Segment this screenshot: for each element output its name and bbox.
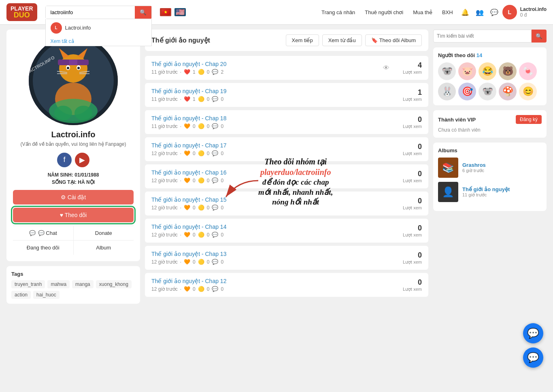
chat-button[interactable]: 💬 💬 Chat bbox=[13, 226, 74, 240]
nav-buy-card[interactable]: Mua thẻ bbox=[409, 7, 436, 18]
chapter-title[interactable]: Thế giới ảo nguyệt - Chap 15 bbox=[151, 196, 389, 203]
like-count: 0 bbox=[193, 151, 196, 156]
right-search-button[interactable]: 🔍 bbox=[532, 30, 547, 43]
follower-avatar[interactable]: 😂 bbox=[479, 62, 496, 80]
friends-icon[interactable]: 👥 bbox=[473, 6, 486, 19]
search-dropdown-avatar: L bbox=[51, 22, 62, 34]
vip-card: Thành viên VIP Đăng ký Chưa có thành viê… bbox=[433, 110, 547, 138]
tags-title: Tags bbox=[11, 271, 135, 277]
chapter-title[interactable]: Thế giới ảo nguyệt - Chap 17 bbox=[151, 142, 389, 149]
chapter-views-label: Lượt xem bbox=[389, 151, 422, 156]
comment-count: 0 bbox=[221, 205, 223, 211]
chapter-title[interactable]: Thế giới ảo nguyệt - Chap 12 bbox=[151, 278, 389, 284]
vip-register-button[interactable]: Đăng ký bbox=[516, 115, 542, 124]
svg-point-19 bbox=[74, 106, 92, 120]
follow-button[interactable]: ♥ Theo dõi bbox=[13, 208, 134, 222]
chapter-item: Thế giới ảo nguyệt - Chap 14 12 giờ trướ… bbox=[145, 219, 428, 243]
follower-avatar[interactable]: 😊 bbox=[519, 83, 537, 100]
tags-card: Tags truyen_tranh mahwa manga xuong_khon… bbox=[6, 266, 140, 304]
follower-avatar[interactable]: 🐨 bbox=[479, 83, 496, 100]
right-search-input[interactable] bbox=[433, 30, 532, 43]
album-name[interactable]: Thế giới ảo nguyệt bbox=[462, 186, 542, 192]
album-item[interactable]: 👤 Thế giới ảo nguyệt 11 giờ trước bbox=[438, 182, 542, 202]
logo[interactable]: PLAYER DUO bbox=[6, 3, 37, 21]
follower-avatar[interactable]: 🐷 bbox=[458, 62, 476, 80]
chapter-list: Thế giới ảo nguyệt - Chap 20 11 giờ trướ… bbox=[145, 56, 428, 297]
follower-avatar[interactable]: 🐰 bbox=[438, 83, 456, 100]
album-button[interactable]: Album bbox=[74, 241, 134, 255]
user-menu[interactable]: L Lactroi.info 0 đ bbox=[502, 5, 547, 19]
messenger-button-1[interactable]: 💬 bbox=[523, 323, 543, 343]
chapter-views-label: Lượt xem bbox=[389, 205, 422, 211]
notification-icon[interactable]: 🔔 bbox=[459, 6, 472, 19]
tag-xuong-khong[interactable]: xuong_khong bbox=[96, 280, 132, 288]
vip-empty: Chưa có thành viên bbox=[438, 127, 542, 133]
header-nav: Trang cá nhân Thuê người chơi Mua thẻ BX… bbox=[317, 5, 547, 19]
comment-icon: 💬 bbox=[212, 286, 218, 292]
nav-profile[interactable]: Trang cá nhân bbox=[317, 7, 359, 18]
nav-hire[interactable]: Thuê người chơi bbox=[361, 7, 407, 18]
nav-ranking[interactable]: BXH bbox=[438, 7, 457, 18]
tag-mahwa[interactable]: mahwa bbox=[47, 280, 70, 288]
follower-avatar[interactable]: 🍄 bbox=[499, 83, 517, 100]
chapter-meta: 12 giờ trước · 🧡 0 🟡 0 💬 0 bbox=[151, 286, 389, 292]
chapter-left: Thế giới ảo nguyệt - Chap 19 11 giờ trướ… bbox=[151, 88, 389, 102]
chapter-title[interactable]: Thế giới ảo nguyệt - Chap 20 bbox=[151, 61, 380, 67]
flag-vietnam[interactable]: 🇻🇳 bbox=[160, 8, 171, 16]
comment-icon: 💬 bbox=[212, 96, 218, 102]
tag-truyen-tranh[interactable]: truyen_tranh bbox=[11, 280, 45, 288]
follow-album-button[interactable]: 🔖 Theo dõi Album bbox=[365, 34, 422, 46]
coin-icon: 🟡 bbox=[198, 286, 204, 292]
comment-icon: 💬 bbox=[212, 123, 218, 129]
chapter-time: 12 giờ trước bbox=[151, 232, 178, 238]
album-name[interactable]: Grashros bbox=[462, 162, 542, 168]
chapter-right: 0 Lượt xem bbox=[389, 115, 422, 129]
tab-xem-tiep[interactable]: Xem tiếp bbox=[286, 34, 319, 46]
chapter-title[interactable]: Thế giới ảo nguyệt - Chap 14 bbox=[151, 224, 389, 230]
follower-avatar[interactable]: 🐻 bbox=[499, 62, 517, 80]
coin-count: 0 bbox=[207, 178, 210, 183]
coin-count: 0 bbox=[207, 69, 210, 75]
follower-avatar[interactable]: 🎯 bbox=[458, 83, 476, 100]
see-all-link[interactable]: Xem tất cả bbox=[46, 37, 151, 46]
like-icon: 🧡 bbox=[184, 150, 190, 156]
messages-icon[interactable]: 💬 bbox=[488, 6, 501, 19]
chapter-views: 4 bbox=[389, 61, 422, 70]
search-input[interactable] bbox=[46, 6, 135, 19]
album-info: Thế giới ảo nguyệt 11 giờ trước bbox=[462, 186, 542, 198]
donate-button[interactable]: Donate bbox=[74, 226, 134, 240]
flag-us[interactable]: 🇺🇸 bbox=[174, 8, 186, 16]
chapter-meta: 12 giờ trước · 🧡 0 🟡 0 💬 0 bbox=[151, 259, 389, 265]
chapter-right: 0 Lượt xem bbox=[389, 143, 422, 156]
chapter-views-label: Lượt xem bbox=[389, 70, 422, 75]
follower-avatar[interactable]: 🍬 bbox=[519, 62, 537, 80]
messenger-button-2[interactable]: 💬 bbox=[523, 347, 543, 368]
search-dropdown-item[interactable]: L Lactroi.info bbox=[46, 19, 151, 37]
chapter-views-label: Lượt xem bbox=[389, 124, 422, 129]
chapter-title[interactable]: Thế giới ảo nguyệt - Chap 13 bbox=[151, 251, 389, 257]
profile-desc: (Vấn đề về bản quyền, vui lòng liên hệ F… bbox=[13, 141, 134, 148]
like-count: 1 bbox=[193, 69, 196, 75]
facebook-link[interactable]: f bbox=[57, 153, 72, 167]
chapter-views: 0 bbox=[389, 197, 422, 205]
settings-button[interactable]: ⚙ Cài đặt bbox=[13, 190, 134, 205]
search-button[interactable]: 🔍 bbox=[135, 6, 151, 19]
dang-theo-doi-button[interactable]: Đang theo dõi bbox=[13, 241, 74, 255]
tag-action[interactable]: action bbox=[11, 291, 31, 299]
chapter-title[interactable]: Thế giới ảo nguyệt - Chap 19 bbox=[151, 88, 389, 94]
youtube-link[interactable]: ▶ bbox=[75, 153, 89, 167]
chapter-title[interactable]: Thế giới ảo nguyệt - Chap 16 bbox=[151, 169, 389, 176]
tab-xem-tu-dau[interactable]: Xem từ đầu bbox=[322, 34, 362, 46]
coin-icon: 🟡 bbox=[198, 69, 204, 75]
coin-count: 0 bbox=[207, 232, 210, 238]
comment-count: 0 bbox=[221, 124, 223, 129]
follower-avatar[interactable]: 🐨 bbox=[438, 62, 456, 80]
svg-rect-16 bbox=[69, 60, 77, 65]
chapter-title[interactable]: Thế giới ảo nguyệt - Chap 18 bbox=[151, 115, 389, 121]
comment-icon: 💬 bbox=[212, 69, 218, 75]
dot-sep: · bbox=[180, 69, 181, 75]
tag-hai-huoc[interactable]: hai_huoc bbox=[33, 291, 60, 299]
album-item[interactable]: 📚 Grashros 6 giờ trước bbox=[438, 158, 542, 178]
tag-manga[interactable]: manga bbox=[72, 280, 94, 288]
right-search: 🔍 bbox=[433, 30, 547, 43]
